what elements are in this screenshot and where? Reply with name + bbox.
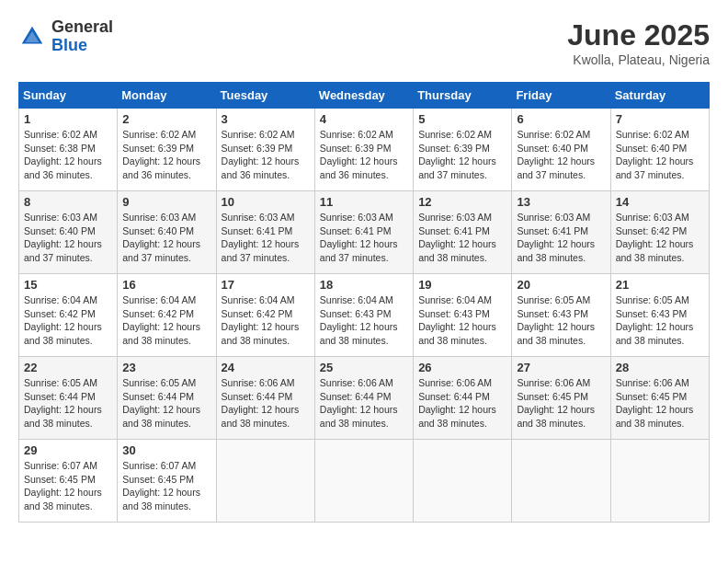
day-info: Sunrise: 6:02 AMSunset: 6:39 PMDaylight:… [222,128,310,182]
calendar-cell [216,440,314,523]
week-row-2: 8Sunrise: 6:03 AMSunset: 6:40 PMDaylight… [19,191,710,274]
day-number: 2 [122,112,210,126]
calendar-cell: 2Sunrise: 6:02 AMSunset: 6:39 PMDaylight… [118,109,216,191]
calendar-cell [512,440,610,523]
day-number: 21 [616,278,704,292]
day-number: 24 [222,361,310,374]
calendar-cell: 1Sunrise: 6:02 AMSunset: 6:38 PMDaylight… [19,109,118,191]
logo-icon [18,23,46,51]
logo: General Blue [18,18,113,55]
day-info: Sunrise: 6:03 AMSunset: 6:41 PMDaylight:… [320,211,408,265]
calendar-cell: 9Sunrise: 6:03 AMSunset: 6:40 PMDaylight… [118,191,216,274]
day-number: 17 [222,278,310,292]
day-number: 14 [616,195,704,209]
day-info: Sunrise: 6:02 AMSunset: 6:38 PMDaylight:… [24,128,112,182]
day-number: 1 [24,112,112,126]
day-number: 30 [122,443,210,457]
day-info: Sunrise: 6:05 AMSunset: 6:44 PMDaylight:… [122,376,210,431]
day-info: Sunrise: 6:02 AMSunset: 6:40 PMDaylight:… [517,128,605,182]
calendar-cell: 20Sunrise: 6:05 AMSunset: 6:43 PMDayligh… [512,274,610,357]
day-number: 13 [517,195,605,209]
calendar-table: SundayMondayTuesdayWednesdayThursdayFrid… [18,82,710,523]
day-number: 26 [418,361,506,374]
day-number: 4 [320,112,408,126]
day-number: 11 [320,195,408,209]
week-row-1: 1Sunrise: 6:02 AMSunset: 6:38 PMDaylight… [19,109,710,191]
day-number: 10 [222,195,310,209]
day-info: Sunrise: 6:02 AMSunset: 6:39 PMDaylight:… [418,128,506,182]
day-number: 3 [222,112,310,126]
day-info: Sunrise: 6:03 AMSunset: 6:41 PMDaylight:… [222,211,310,265]
day-info: Sunrise: 6:03 AMSunset: 6:40 PMDaylight:… [24,211,112,265]
calendar-cell: 27Sunrise: 6:06 AMSunset: 6:45 PMDayligh… [512,357,610,440]
calendar-cell: 30Sunrise: 6:07 AMSunset: 6:45 PMDayligh… [118,440,216,523]
day-info: Sunrise: 6:05 AMSunset: 6:43 PMDaylight:… [517,293,605,348]
day-number: 15 [24,278,112,292]
day-info: Sunrise: 6:06 AMSunset: 6:44 PMDaylight:… [320,376,408,431]
day-info: Sunrise: 6:03 AMSunset: 6:42 PMDaylight:… [616,211,704,265]
calendar-cell: 26Sunrise: 6:06 AMSunset: 6:44 PMDayligh… [414,357,512,440]
calendar-cell: 16Sunrise: 6:04 AMSunset: 6:42 PMDayligh… [118,274,216,357]
day-header-tuesday: Tuesday [216,83,314,109]
day-number: 12 [418,195,506,209]
day-info: Sunrise: 6:05 AMSunset: 6:44 PMDaylight:… [24,376,112,431]
calendar-cell: 5Sunrise: 6:02 AMSunset: 6:39 PMDaylight… [414,109,512,191]
calendar-cell: 21Sunrise: 6:05 AMSunset: 6:43 PMDayligh… [610,274,709,357]
day-info: Sunrise: 6:07 AMSunset: 6:45 PMDaylight:… [24,459,112,513]
day-number: 27 [517,361,605,374]
calendar-cell [314,440,413,523]
calendar-cell: 19Sunrise: 6:04 AMSunset: 6:43 PMDayligh… [414,274,512,357]
day-info: Sunrise: 6:04 AMSunset: 6:43 PMDaylight:… [320,293,408,348]
calendar-cell: 8Sunrise: 6:03 AMSunset: 6:40 PMDaylight… [19,191,118,274]
logo-blue: Blue [51,36,87,54]
calendar-cell: 3Sunrise: 6:02 AMSunset: 6:39 PMDaylight… [216,109,314,191]
calendar-cell: 24Sunrise: 6:06 AMSunset: 6:44 PMDayligh… [216,357,314,440]
calendar-cell: 7Sunrise: 6:02 AMSunset: 6:40 PMDaylight… [610,109,709,191]
day-info: Sunrise: 6:06 AMSunset: 6:44 PMDaylight:… [222,376,310,431]
month-title: June 2025 [567,18,710,52]
calendar-cell: 15Sunrise: 6:04 AMSunset: 6:42 PMDayligh… [19,274,118,357]
calendar-cell [414,440,512,523]
day-header-friday: Friday [512,83,610,109]
week-row-4: 22Sunrise: 6:05 AMSunset: 6:44 PMDayligh… [19,357,710,440]
day-number: 6 [517,112,605,126]
day-number: 8 [24,195,112,209]
week-row-5: 29Sunrise: 6:07 AMSunset: 6:45 PMDayligh… [19,440,710,523]
day-number: 9 [122,195,210,209]
calendar-cell: 17Sunrise: 6:04 AMSunset: 6:42 PMDayligh… [216,274,314,357]
calendar-cell: 11Sunrise: 6:03 AMSunset: 6:41 PMDayligh… [314,191,413,274]
calendar-header-row: SundayMondayTuesdayWednesdayThursdayFrid… [19,83,710,109]
day-number: 16 [122,278,210,292]
calendar-cell: 14Sunrise: 6:03 AMSunset: 6:42 PMDayligh… [610,191,709,274]
day-info: Sunrise: 6:06 AMSunset: 6:45 PMDaylight:… [517,376,605,431]
day-number: 28 [616,361,704,374]
day-header-saturday: Saturday [610,83,709,109]
title-section: June 2025 Kwolla, Plateau, Nigeria [567,18,710,67]
day-info: Sunrise: 6:06 AMSunset: 6:44 PMDaylight:… [418,376,506,431]
calendar-body: 1Sunrise: 6:02 AMSunset: 6:38 PMDaylight… [19,109,710,523]
calendar-cell: 13Sunrise: 6:03 AMSunset: 6:41 PMDayligh… [512,191,610,274]
calendar-cell: 25Sunrise: 6:06 AMSunset: 6:44 PMDayligh… [314,357,413,440]
day-number: 7 [616,112,704,126]
day-info: Sunrise: 6:04 AMSunset: 6:42 PMDaylight:… [122,293,210,348]
calendar-cell: 29Sunrise: 6:07 AMSunset: 6:45 PMDayligh… [19,440,118,523]
day-number: 19 [418,278,506,292]
day-number: 18 [320,278,408,292]
day-number: 23 [122,361,210,374]
day-info: Sunrise: 6:04 AMSunset: 6:42 PMDaylight:… [24,293,112,348]
location: Kwolla, Plateau, Nigeria [567,52,710,67]
calendar-cell: 23Sunrise: 6:05 AMSunset: 6:44 PMDayligh… [118,357,216,440]
day-number: 20 [517,278,605,292]
calendar-cell: 6Sunrise: 6:02 AMSunset: 6:40 PMDaylight… [512,109,610,191]
day-number: 25 [320,361,408,374]
day-info: Sunrise: 6:04 AMSunset: 6:42 PMDaylight:… [222,293,310,348]
calendar-cell [610,440,709,523]
calendar-cell: 18Sunrise: 6:04 AMSunset: 6:43 PMDayligh… [314,274,413,357]
day-info: Sunrise: 6:04 AMSunset: 6:43 PMDaylight:… [418,293,506,348]
logo-text: General Blue [51,18,113,55]
day-info: Sunrise: 6:03 AMSunset: 6:41 PMDaylight:… [517,211,605,265]
day-info: Sunrise: 6:03 AMSunset: 6:40 PMDaylight:… [122,211,210,265]
calendar-cell: 22Sunrise: 6:05 AMSunset: 6:44 PMDayligh… [19,357,118,440]
calendar-cell: 12Sunrise: 6:03 AMSunset: 6:41 PMDayligh… [414,191,512,274]
week-row-3: 15Sunrise: 6:04 AMSunset: 6:42 PMDayligh… [19,274,710,357]
